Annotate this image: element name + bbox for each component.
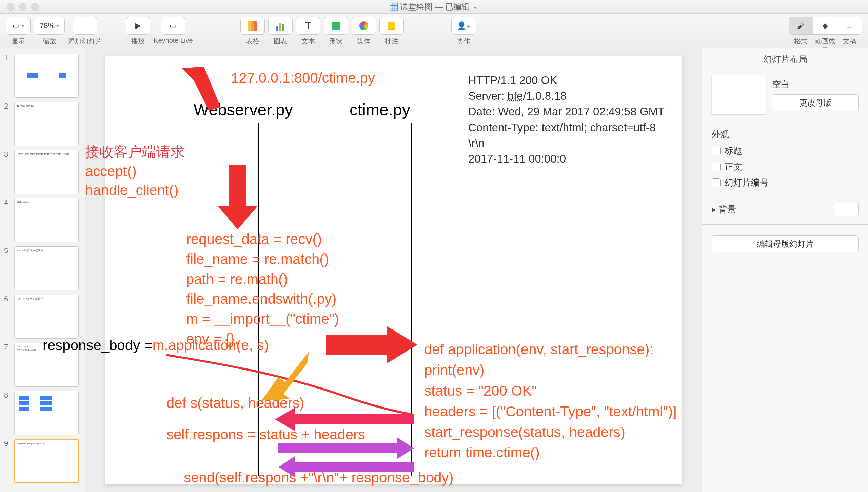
comment-label: 批注 bbox=[385, 37, 398, 46]
slide-navigator[interactable]: 1 2客户端 服务端 3HTTP请求 GET POST PUT DELETE H… bbox=[0, 48, 85, 492]
view-button[interactable]: ▭ bbox=[6, 17, 31, 35]
body-checkbox[interactable] bbox=[712, 163, 721, 171]
file-left: Webserver.py bbox=[194, 100, 293, 119]
application-block: def application(env, start_response): pr… bbox=[424, 339, 677, 463]
add-slide-label: 添加幻灯片 bbox=[68, 37, 102, 46]
title-checkbox[interactable] bbox=[712, 147, 721, 155]
collab-label: 协作 bbox=[457, 37, 470, 46]
layout-section-title: 幻灯片布局 bbox=[702, 48, 868, 71]
shape-button[interactable] bbox=[324, 17, 348, 35]
steps-block: request_data = recv() file_name = re.mat… bbox=[186, 229, 339, 349]
thumb-4[interactable]: 4<h1></h1> bbox=[0, 196, 85, 244]
doc-status: 已编辑 bbox=[445, 2, 470, 11]
shape-label: 形状 bbox=[329, 37, 343, 46]
text-button[interactable]: T bbox=[296, 17, 320, 35]
comment-button[interactable] bbox=[379, 17, 404, 35]
table-button[interactable] bbox=[240, 17, 265, 35]
response-body-line: response_body =m.application(e, s) bbox=[43, 337, 269, 354]
fullscreen-icon[interactable] bbox=[31, 3, 39, 11]
accept-block: 接收客户端请求 accept() handle_client() bbox=[85, 143, 185, 200]
thumb-5[interactable]: 5HTTP响应 客户端请求 bbox=[0, 244, 85, 292]
thumb-6[interactable]: 6HTTP协议 客户端请求 bbox=[0, 292, 85, 341]
photos-icon bbox=[359, 21, 368, 30]
arrow-call-application bbox=[326, 326, 417, 363]
zoom-button[interactable]: 78% bbox=[34, 17, 65, 35]
play-label: 播放 bbox=[131, 37, 145, 46]
def-s-block: def s(status, headers) self.respons = st… bbox=[166, 392, 365, 445]
slidenum-checkbox-label: 幻灯片编号 bbox=[725, 177, 769, 189]
file-right: ctime.py bbox=[350, 100, 410, 119]
edit-master-button[interactable]: 编辑母版幻灯片 bbox=[712, 235, 859, 252]
chart-button[interactable] bbox=[268, 17, 293, 35]
chart-label: 图表 bbox=[274, 37, 287, 46]
slide: 127.0.0.1:800/ctime.py Webserver.py ctim… bbox=[105, 56, 682, 484]
thumb-9[interactable]: 9Webserver.py ctime.py bbox=[0, 437, 85, 485]
thumb-8[interactable]: 8 bbox=[0, 389, 85, 437]
media-label: 媒体 bbox=[357, 37, 371, 46]
inspector-panel: 幻灯片布局 空白 更改母版 外观 标题 正文 幻灯片编号 ▸ 背景 编辑母版幻灯… bbox=[702, 48, 868, 492]
titlebar: ▦ 课堂绘图 — 已编辑 bbox=[0, 0, 868, 14]
main-area: 1 2客户端 服务端 3HTTP请求 GET POST PUT DELETE H… bbox=[0, 48, 868, 492]
master-thumbnail[interactable] bbox=[712, 75, 766, 114]
master-name: 空白 bbox=[772, 78, 859, 90]
collab-button[interactable]: 👤₊ bbox=[451, 17, 476, 35]
media-button[interactable] bbox=[352, 17, 376, 35]
table-icon bbox=[248, 21, 257, 31]
window-title: ▦ 课堂绘图 — 已编辑 bbox=[39, 1, 827, 12]
window-controls bbox=[0, 3, 39, 11]
zoom-value: 78% bbox=[40, 21, 55, 30]
document-tab[interactable]: ▭ bbox=[837, 17, 862, 35]
add-slide-button[interactable]: ＋ bbox=[73, 17, 97, 35]
close-icon[interactable] bbox=[7, 3, 14, 11]
change-master-button[interactable]: 更改母版 bbox=[772, 94, 859, 111]
zoom-label: 缩放 bbox=[43, 37, 56, 46]
thumb-3[interactable]: 3HTTP请求 GET POST PUT DELETE HEAD bbox=[0, 148, 85, 196]
text-label: 文本 bbox=[301, 37, 315, 46]
thumb-1[interactable]: 1 bbox=[0, 52, 85, 100]
background-disclosure[interactable]: ▸ 背景 bbox=[712, 204, 736, 215]
title-dropdown-icon[interactable] bbox=[474, 2, 476, 11]
slide-canvas[interactable]: 127.0.0.1:800/ctime.py Webserver.py ctim… bbox=[85, 48, 702, 492]
toolbar: ▭ 显示 78% 缩放 ＋ 添加幻灯片 ▶ 播放 ▭ Keynote Live … bbox=[0, 14, 868, 48]
send-line: send(self.respons +"\r\n"+ response_body… bbox=[184, 470, 454, 492]
chart-icon bbox=[276, 21, 285, 31]
shape-icon bbox=[332, 22, 340, 30]
url-text: 127.0.0.1:800/ctime.py bbox=[231, 70, 375, 86]
minimize-icon[interactable] bbox=[19, 3, 26, 11]
timeline-right bbox=[411, 123, 412, 476]
slidenum-checkbox[interactable] bbox=[712, 178, 721, 187]
doc-name: 课堂绘图 bbox=[400, 2, 433, 11]
play-button[interactable]: ▶ bbox=[126, 17, 150, 35]
animate-tab[interactable]: ◆ bbox=[813, 17, 837, 35]
background-color-well[interactable] bbox=[834, 203, 859, 216]
http-response-block: HTTP/1.1 200 OK Server: bfe/1.0.8.18 Dat… bbox=[468, 73, 665, 167]
keynote-live-button[interactable]: ▭ bbox=[161, 17, 185, 35]
thumb-2[interactable]: 2客户端 服务端 bbox=[0, 100, 85, 148]
view-label: 显示 bbox=[12, 37, 25, 46]
keynote-live-label: Keynote Live bbox=[154, 37, 193, 44]
arrow-accept-down bbox=[217, 165, 258, 229]
doc-icon: ▦ bbox=[390, 2, 398, 11]
title-checkbox-label: 标题 bbox=[725, 145, 742, 157]
body-checkbox-label: 正文 bbox=[725, 161, 742, 173]
appearance-label: 外观 bbox=[702, 126, 868, 143]
format-tab[interactable]: 🖌 bbox=[789, 17, 813, 35]
table-label: 表格 bbox=[246, 37, 259, 46]
note-icon bbox=[388, 22, 395, 30]
